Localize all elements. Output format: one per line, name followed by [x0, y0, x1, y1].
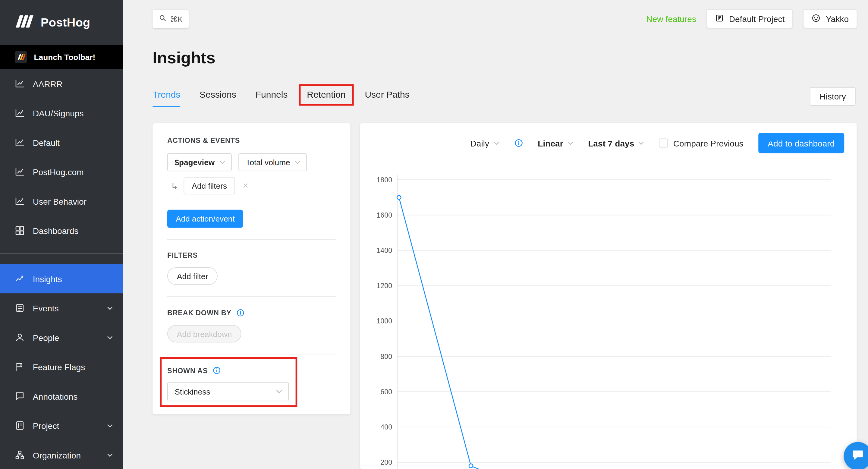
tab-sessions[interactable]: Sessions	[199, 85, 236, 107]
sidebar-divider	[0, 253, 123, 254]
svg-text:1800: 1800	[376, 176, 392, 184]
history-button[interactable]: History	[810, 87, 855, 105]
shown-as-heading: SHOWN AS	[167, 366, 336, 375]
add-action-event-button[interactable]: Add action/event	[167, 210, 243, 228]
tab-user-paths[interactable]: User Paths	[365, 85, 409, 107]
svg-text:1200: 1200	[376, 282, 392, 290]
chevron-down-icon	[107, 334, 113, 341]
display-select[interactable]: Linear	[538, 138, 573, 148]
insight-tabs: Trends Sessions Funnels Retention User P…	[153, 85, 856, 107]
math-select[interactable]: Total volume	[239, 153, 307, 171]
posthog-logo-icon	[15, 14, 34, 31]
chevron-down-icon	[638, 140, 645, 146]
sidebar-item-dashboards[interactable]: Dashboards	[0, 216, 123, 245]
tab-trends[interactable]: Trends	[153, 85, 180, 107]
search-shortcut: ⌘K	[170, 14, 183, 24]
compare-previous-control[interactable]: Compare Previous	[659, 138, 744, 148]
smiley-icon	[812, 13, 821, 24]
info-icon[interactable]	[212, 366, 221, 375]
trend-line-chart: 20040060080010001200140016001800	[360, 123, 857, 469]
sidebar-item-posthog-com[interactable]: PostHog.com	[0, 157, 123, 187]
sidebar-item-aarrr[interactable]: AARRR	[0, 69, 123, 99]
divider	[167, 354, 336, 354]
line-chart-icon	[15, 196, 25, 207]
sidebar-item-dau-signups[interactable]: DAU/Signups	[0, 98, 123, 128]
user-name: Yakko	[826, 14, 849, 24]
posthog-logo[interactable]: PostHog	[0, 0, 123, 45]
sidebar-item-label: People	[33, 333, 59, 342]
svg-text:1400: 1400	[376, 247, 392, 254]
sidebar-item-people[interactable]: People	[0, 323, 123, 352]
add-to-dashboard-button[interactable]: Add to dashboard	[758, 133, 844, 153]
events-icon	[15, 303, 25, 313]
actions-events-heading: ACTIONS & EVENTS	[167, 137, 336, 145]
compare-previous-checkbox[interactable]	[659, 138, 668, 147]
sidebar-item-label: Default	[33, 138, 60, 147]
sidebar-item-label: Events	[33, 303, 59, 313]
project-switcher-button[interactable]: Default Project	[707, 9, 793, 28]
flag-icon	[15, 362, 25, 372]
chevron-down-icon	[567, 140, 574, 146]
svg-text:600: 600	[380, 388, 392, 396]
add-filters-button[interactable]: Add filters	[184, 178, 235, 194]
line-chart-icon	[15, 137, 25, 148]
sidebar-nav: AARRR DAU/Signups Default PostHog.com Us…	[0, 69, 123, 469]
nested-arrow-icon: ↳	[170, 181, 178, 191]
add-breakdown-button[interactable]: Add breakdown	[167, 325, 241, 342]
chevron-down-icon	[107, 452, 113, 458]
dashboard-icon	[15, 225, 25, 236]
chevron-down-icon	[219, 159, 225, 165]
sidebar-item-label: User Behavior	[33, 196, 87, 206]
sidebar-item-default[interactable]: Default	[0, 128, 123, 157]
svg-text:800: 800	[380, 353, 392, 361]
sidebar-item-project[interactable]: Project	[0, 411, 123, 440]
sidebar-item-label: Feature Flags	[33, 362, 85, 372]
chevron-down-icon	[107, 423, 113, 429]
posthog-logo-text: PostHog	[41, 16, 90, 30]
insight-config-panel: ACTIONS & EVENTS $pageview Total volume …	[153, 123, 350, 414]
tab-funnels[interactable]: Funnels	[255, 85, 288, 107]
info-icon[interactable]	[514, 138, 523, 147]
sidebar-item-label: AARRR	[33, 79, 62, 89]
toolbar-logo-icon	[15, 51, 27, 63]
interval-select[interactable]: Daily	[470, 138, 499, 148]
info-icon[interactable]	[236, 309, 244, 317]
sidebar-item-events[interactable]: Events	[0, 293, 123, 323]
sidebar: PostHog Launch Toolbar! AARRR DAU/Signup…	[0, 0, 123, 469]
shown-as-select[interactable]: Stickiness	[167, 382, 289, 402]
sidebar-item-label: Annotations	[33, 391, 78, 401]
sidebar-item-insights[interactable]: Insights	[0, 264, 123, 293]
chart-controls: Daily Linear Last 7 days Compare Previou…	[470, 133, 844, 153]
divider	[167, 296, 336, 297]
global-search[interactable]: ⌘K	[153, 10, 189, 28]
chevron-down-icon	[295, 159, 301, 165]
close-icon[interactable]: ×	[243, 180, 249, 192]
person-icon	[15, 333, 25, 343]
sidebar-item-label: Dashboards	[33, 226, 79, 236]
sidebar-item-user-behavior[interactable]: User Behavior	[0, 187, 123, 216]
tab-retention[interactable]: Retention	[307, 85, 345, 107]
project-icon	[15, 420, 25, 431]
user-menu-button[interactable]: Yakko	[803, 9, 857, 28]
sidebar-item-feature-flags[interactable]: Feature Flags	[0, 352, 123, 382]
add-filter-button[interactable]: Add filter	[167, 268, 218, 285]
date-range-select[interactable]: Last 7 days	[588, 138, 644, 148]
sidebar-item-label: DAU/Signups	[33, 108, 84, 118]
event-select[interactable]: $pageview	[167, 153, 231, 171]
sidebar-item-organization[interactable]: Organization	[0, 440, 123, 469]
posthog-app: PostHog Launch Toolbar! AARRR DAU/Signup…	[0, 0, 868, 469]
chevron-down-icon	[493, 140, 499, 146]
new-features-link[interactable]: New features	[646, 14, 696, 24]
svg-text:1600: 1600	[376, 211, 392, 219]
insights-icon	[15, 274, 25, 284]
sidebar-item-label: PostHog.com	[33, 167, 84, 177]
filters-heading: FILTERS	[167, 251, 336, 259]
sidebar-item-annotations[interactable]: Annotations	[0, 382, 123, 411]
svg-text:200: 200	[380, 459, 392, 466]
annotation-box-retention: Retention	[299, 84, 353, 105]
launch-toolbar-button[interactable]: Launch Toolbar!	[0, 45, 123, 69]
sidebar-item-label: Insights	[33, 274, 62, 283]
chat-widget-button[interactable]	[844, 442, 868, 469]
divider	[167, 239, 336, 240]
line-chart-icon	[15, 167, 25, 177]
